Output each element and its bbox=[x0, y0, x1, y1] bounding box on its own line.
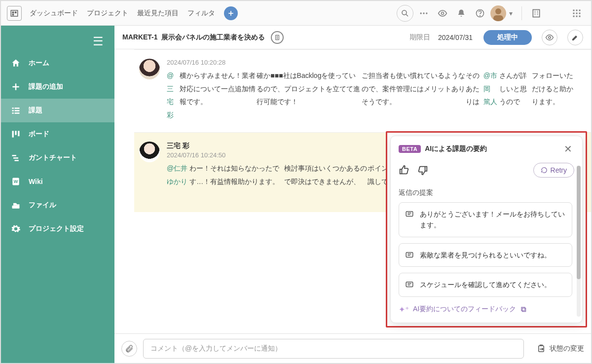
svg-rect-1 bbox=[12, 12, 13, 13]
ai-summary-panel: BETA AIによる課題の要約 ✕ Retry 返信の提案 bbox=[390, 136, 583, 323]
top-nav: ダッシュボード プロジェクト 最近見た項目 フィルタ bbox=[30, 9, 215, 18]
comment: 2024/07/16 10:20:28 @三宅 彩 横からすみません！業者対応に… bbox=[134, 49, 591, 132]
sidebar-item-board[interactable]: ボード bbox=[1, 122, 114, 146]
svg-rect-56 bbox=[406, 253, 413, 257]
comment-input[interactable]: コメント（@を入力してメンバーに通知） bbox=[143, 339, 524, 359]
search-button[interactable] bbox=[397, 5, 413, 22]
close-icon[interactable]: ✕ bbox=[562, 143, 574, 155]
app-grid-icon[interactable] bbox=[568, 5, 585, 22]
external-icon bbox=[520, 306, 527, 313]
board-icon bbox=[11, 129, 22, 139]
attach-button[interactable] bbox=[121, 341, 137, 357]
bell-icon[interactable] bbox=[453, 5, 470, 22]
watch-icon[interactable] bbox=[434, 5, 451, 22]
more-icon[interactable] bbox=[415, 5, 432, 22]
watch-issue-icon[interactable] bbox=[542, 30, 557, 45]
sidebar-item-label: 課題の追加 bbox=[29, 82, 63, 91]
ai-feedback-link[interactable]: ✦⁺ AI要約についてのフィードバック bbox=[399, 305, 579, 314]
sidebar-item-label: ファイル bbox=[29, 201, 56, 210]
project-logo[interactable] bbox=[7, 6, 22, 21]
avatar-caret-icon[interactable]: ▾ bbox=[509, 9, 513, 17]
sidebar: ☰ ホーム 課題の追加 課題 bbox=[1, 26, 114, 363]
copy-icon[interactable] bbox=[271, 31, 284, 44]
plus-icon bbox=[11, 82, 22, 92]
svg-rect-24 bbox=[573, 12, 575, 14]
beta-badge: BETA bbox=[399, 145, 421, 153]
nav-dashboard[interactable]: ダッシュボード bbox=[30, 9, 78, 18]
gear-icon bbox=[11, 224, 22, 234]
svg-rect-62 bbox=[521, 307, 525, 311]
svg-rect-43 bbox=[15, 160, 19, 161]
retry-button[interactable]: Retry bbox=[533, 163, 574, 178]
svg-rect-46 bbox=[12, 206, 20, 209]
gantt-icon bbox=[11, 153, 22, 163]
sidebar-item-label: プロジェクト設定 bbox=[29, 224, 84, 233]
svg-rect-36 bbox=[12, 112, 14, 114]
ai-suggestion[interactable]: ありがとうございます！メールをお待ちしています。 bbox=[399, 202, 572, 237]
svg-rect-23 bbox=[579, 9, 581, 11]
svg-rect-26 bbox=[579, 12, 581, 14]
nav-filter[interactable]: フィルタ bbox=[187, 9, 215, 18]
due-label: 期限日 bbox=[409, 33, 430, 42]
sidebar-item-home[interactable]: ホーム bbox=[1, 51, 114, 75]
nav-recent[interactable]: 最近見た項目 bbox=[137, 9, 179, 18]
add-button[interactable] bbox=[224, 6, 238, 20]
help-icon[interactable] bbox=[472, 5, 488, 22]
svg-rect-39 bbox=[15, 131, 16, 135]
svg-point-13 bbox=[480, 15, 481, 16]
svg-point-8 bbox=[420, 12, 422, 14]
file-icon bbox=[11, 200, 22, 210]
svg-rect-40 bbox=[18, 131, 19, 136]
thumbs-down-icon[interactable] bbox=[417, 165, 428, 176]
list-icon bbox=[11, 106, 22, 115]
svg-rect-63 bbox=[522, 308, 526, 312]
sidebar-item-issues[interactable]: 課題 bbox=[1, 99, 114, 122]
sidebar-item-file[interactable]: ファイル bbox=[1, 193, 114, 217]
status-chip[interactable]: 処理中 bbox=[483, 30, 532, 45]
ai-suggestion[interactable]: 素敵な業者を見つけられるといいですね。 bbox=[399, 243, 572, 267]
issue-key-title: MARKET-1 展示会パネルの施工業者を決める bbox=[122, 33, 265, 42]
org-icon[interactable] bbox=[528, 5, 545, 22]
ai-suggestion[interactable]: スケジュールを確認して進めてください。 bbox=[399, 273, 572, 296]
svg-point-51 bbox=[549, 36, 551, 38]
svg-rect-14 bbox=[533, 9, 539, 17]
svg-rect-37 bbox=[15, 112, 20, 114]
mention[interactable]: @三宅 彩 bbox=[167, 69, 180, 121]
svg-rect-3 bbox=[12, 14, 13, 15]
ai-panel-title: AIによる課題の要約 bbox=[425, 145, 487, 153]
sparkle-icon: ✦⁺ bbox=[399, 305, 409, 314]
svg-rect-34 bbox=[12, 110, 14, 111]
sidebar-toggle-icon[interactable]: ☰ bbox=[82, 26, 114, 51]
mention[interactable]: @市岡 篤人 bbox=[483, 69, 499, 121]
compose-bar: コメント（@を入力してメンバーに通知） 状態の変更 bbox=[114, 333, 591, 363]
sidebar-item-add-issue[interactable]: 課題の追加 bbox=[1, 75, 114, 99]
svg-text:W: W bbox=[14, 179, 18, 184]
svg-point-10 bbox=[426, 12, 427, 14]
thumbs-up-icon[interactable] bbox=[399, 165, 409, 176]
sidebar-item-label: ガントチャート bbox=[29, 153, 77, 162]
mention[interactable]: @仁井 ゆかり bbox=[167, 162, 189, 201]
edit-issue-icon[interactable] bbox=[567, 30, 583, 45]
sidebar-item-label: ホーム bbox=[29, 59, 49, 68]
svg-rect-0 bbox=[11, 10, 18, 16]
reply-icon bbox=[405, 210, 414, 218]
sidebar-item-wiki[interactable]: W Wiki bbox=[1, 170, 114, 193]
svg-rect-27 bbox=[573, 15, 575, 17]
svg-rect-41 bbox=[12, 155, 16, 156]
sidebar-item-label: Wiki bbox=[29, 178, 43, 185]
svg-rect-53 bbox=[406, 212, 413, 217]
svg-rect-2 bbox=[15, 12, 16, 13]
scrollbar[interactable] bbox=[577, 166, 581, 317]
status-change-button[interactable]: 状態の変更 bbox=[530, 344, 584, 353]
topbar: ダッシュボード プロジェクト 最近見た項目 フィルタ ▾ bbox=[1, 1, 591, 26]
svg-rect-21 bbox=[573, 9, 575, 11]
sidebar-item-settings[interactable]: プロジェクト設定 bbox=[1, 217, 114, 241]
sidebar-item-label: ボード bbox=[29, 130, 49, 139]
comment-time: 2024/07/16 10:20:28 bbox=[167, 59, 579, 66]
nav-project[interactable]: プロジェクト bbox=[87, 9, 128, 18]
svg-rect-59 bbox=[406, 282, 413, 287]
svg-rect-35 bbox=[15, 110, 20, 111]
ai-summary-highlight: BETA AIによる課題の要約 ✕ Retry 返信の提案 bbox=[386, 131, 587, 328]
avatar[interactable] bbox=[490, 5, 506, 21]
sidebar-item-gantt[interactable]: ガントチャート bbox=[1, 146, 114, 170]
